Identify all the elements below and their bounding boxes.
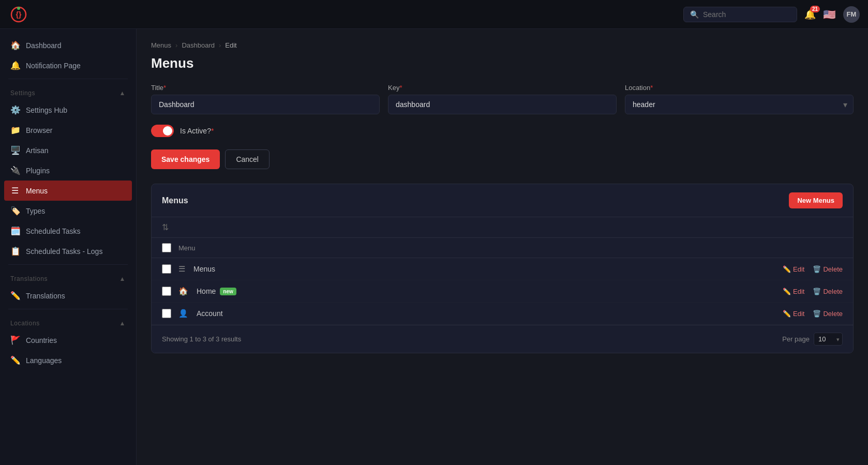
sidebar-item-scheduled-tasks[interactable]: 🗓️ Scheduled Tasks bbox=[0, 221, 136, 241]
account-row-icon: 👤 bbox=[178, 309, 188, 318]
clipboard-icon: 📋 bbox=[10, 246, 20, 256]
row-checkbox-home[interactable] bbox=[162, 287, 171, 296]
language-icon: ✏️ bbox=[10, 355, 20, 365]
location-label: Location* bbox=[625, 84, 854, 92]
terminal-icon: 🖥️ bbox=[10, 145, 20, 155]
nav-right: 🔍 🔔 21 🇺🇸 FM bbox=[683, 6, 860, 23]
delete-home-button[interactable]: 🗑️ Delete bbox=[813, 288, 843, 295]
row-actions-account: ✏️ Edit 🗑️ Delete bbox=[783, 310, 843, 318]
app-logo[interactable]: {} bbox=[8, 4, 29, 25]
is-active-toggle[interactable] bbox=[151, 125, 174, 137]
row-checkbox-account[interactable] bbox=[162, 309, 171, 318]
showing-text: Showing 1 to 3 of 3 results bbox=[162, 335, 241, 343]
table-sort-row[interactable]: ⇅ bbox=[152, 217, 853, 238]
form-group-location: Location* header footer sidebar bbox=[625, 84, 854, 114]
sidebar-item-plugins[interactable]: 🔌 Plugins bbox=[0, 160, 136, 181]
edit-icon: ✏️ bbox=[783, 265, 791, 273]
sidebar-item-types[interactable]: 🏷️ Types bbox=[0, 201, 136, 221]
plugin-icon: 🔌 bbox=[10, 166, 20, 175]
row-label-home: 🏠 Home new bbox=[178, 287, 783, 296]
sidebar-item-label: Browser bbox=[26, 126, 52, 134]
edit-icon: ✏️ bbox=[783, 310, 791, 318]
form-group-title: Title* bbox=[151, 84, 380, 114]
user-avatar[interactable]: FM bbox=[843, 6, 860, 23]
col-header-menu: Menu bbox=[178, 244, 196, 252]
new-badge: new bbox=[220, 288, 236, 295]
sidebar-item-notification-page[interactable]: 🔔 Notification Page bbox=[0, 55, 136, 76]
per-page-dropdown[interactable]: 10 25 50 100 bbox=[814, 333, 843, 346]
locations-section-label: Locations bbox=[10, 320, 40, 327]
save-changes-button[interactable]: Save changes bbox=[151, 149, 220, 169]
sidebar-item-label: Scheduled Tasks - Logs bbox=[26, 247, 102, 256]
sidebar-divider-2 bbox=[8, 264, 128, 265]
edit-home-button[interactable]: ✏️ Edit bbox=[783, 288, 804, 295]
locations-section-header[interactable]: Locations ▲ bbox=[0, 312, 136, 330]
bell-icon: 🔔 bbox=[10, 61, 20, 70]
title-required: * bbox=[163, 84, 166, 92]
layout: 🏠 Dashboard 🔔 Notification Page Settings… bbox=[0, 29, 868, 465]
breadcrumb-menus[interactable]: Menus bbox=[151, 41, 171, 49]
table-row: 🏠 Home new ✏️ Edit 🗑️ Delete bbox=[152, 280, 853, 303]
sidebar-item-label: Settings Hub bbox=[26, 106, 67, 114]
cancel-button[interactable]: Cancel bbox=[225, 149, 270, 169]
translations-collapse-icon: ▲ bbox=[119, 275, 126, 282]
sidebar-item-label: Scheduled Tasks bbox=[26, 227, 81, 235]
settings-collapse-icon: ▲ bbox=[119, 89, 126, 97]
table-row: ☰ Menus ✏️ Edit 🗑️ Delete bbox=[152, 258, 853, 280]
key-required: * bbox=[399, 84, 402, 92]
search-input[interactable] bbox=[703, 10, 790, 19]
sidebar-item-languages[interactable]: ✏️ Languages bbox=[0, 350, 136, 370]
title-label: Title* bbox=[151, 84, 380, 92]
location-select[interactable]: header footer sidebar bbox=[625, 95, 854, 114]
sidebar-item-settings-hub[interactable]: ⚙️ Settings Hub bbox=[0, 100, 136, 120]
sidebar-item-artisan[interactable]: 🖥️ Artisan bbox=[0, 140, 136, 160]
edit-account-button[interactable]: ✏️ Edit bbox=[783, 310, 804, 318]
key-input[interactable] bbox=[388, 95, 617, 114]
table-header: Menus New Menus bbox=[152, 184, 853, 217]
table-footer: Showing 1 to 3 of 3 results Per page 10 … bbox=[152, 325, 853, 353]
row-checkbox-menus[interactable] bbox=[162, 264, 171, 274]
location-required: * bbox=[650, 84, 653, 92]
delete-account-button[interactable]: 🗑️ Delete bbox=[813, 310, 843, 318]
edit-menus-button[interactable]: ✏️ Edit bbox=[783, 265, 804, 273]
main-content: Menus › Dashboard › Edit Menus Title* Ke… bbox=[137, 29, 868, 465]
row-name-home: Home bbox=[197, 287, 216, 295]
search-box[interactable]: 🔍 bbox=[683, 7, 797, 22]
settings-section-label: Settings bbox=[10, 89, 35, 97]
settings-section-header[interactable]: Settings ▲ bbox=[0, 82, 136, 100]
sidebar-item-translations[interactable]: ✏️ Translations bbox=[0, 286, 136, 306]
sidebar-item-countries[interactable]: 🚩 Countries bbox=[0, 330, 136, 350]
sidebar-item-label: Languages bbox=[26, 356, 62, 365]
edit-icon: ✏️ bbox=[783, 288, 791, 295]
svg-text:{}: {} bbox=[16, 10, 22, 19]
sidebar-divider-3 bbox=[8, 309, 128, 309]
sidebar-item-dashboard[interactable]: 🏠 Dashboard bbox=[0, 35, 136, 55]
sidebar-item-label: Menus bbox=[26, 187, 48, 195]
sidebar-item-label: Types bbox=[26, 207, 45, 215]
notification-button[interactable]: 🔔 21 bbox=[804, 9, 816, 20]
sidebar-divider bbox=[8, 79, 128, 79]
per-page-select: Per page 10 25 50 100 bbox=[782, 333, 843, 346]
toggle-row: Is Active?* bbox=[151, 125, 854, 137]
select-all-checkbox[interactable] bbox=[162, 243, 171, 252]
title-input[interactable] bbox=[151, 95, 380, 114]
home-icon: 🏠 bbox=[10, 40, 20, 50]
sidebar-item-label: Notification Page bbox=[26, 62, 81, 70]
row-actions-menus: ✏️ Edit 🗑️ Delete bbox=[783, 265, 843, 273]
sort-icon: ⇅ bbox=[162, 223, 169, 232]
sidebar-item-menus[interactable]: ☰ Menus bbox=[4, 181, 132, 201]
notification-badge: 21 bbox=[810, 6, 820, 12]
sidebar-item-browser[interactable]: 📁 Browser bbox=[0, 120, 136, 140]
sidebar-item-scheduled-tasks-logs[interactable]: 📋 Scheduled Tasks - Logs bbox=[0, 241, 136, 261]
tag-icon: 🏷️ bbox=[10, 206, 20, 216]
delete-menus-button[interactable]: 🗑️ Delete bbox=[813, 265, 843, 273]
translations-section-header[interactable]: Translations ▲ bbox=[0, 268, 136, 286]
table-title: Menus bbox=[162, 196, 188, 205]
sidebar-item-label: Translations bbox=[26, 292, 65, 300]
breadcrumb-dashboard[interactable]: Dashboard bbox=[182, 41, 215, 49]
table-col-header: Menu bbox=[152, 238, 853, 258]
locations-collapse-icon: ▲ bbox=[119, 320, 126, 327]
sidebar-item-label: Plugins bbox=[26, 167, 50, 175]
menu-icon: ☰ bbox=[10, 186, 20, 196]
new-menus-button[interactable]: New Menus bbox=[789, 192, 843, 208]
